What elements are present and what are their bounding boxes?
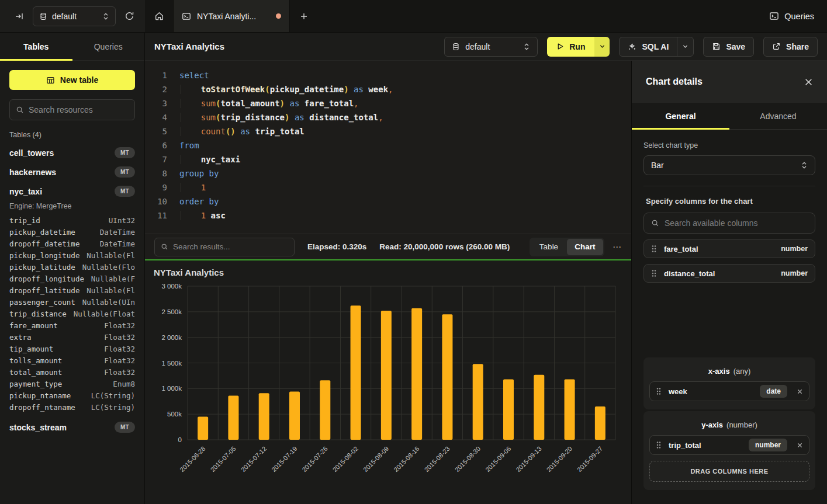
y-tick-label: 3 000k bbox=[161, 283, 182, 290]
specify-columns-label: Specify columns for the chart bbox=[646, 197, 815, 206]
remove-column-icon[interactable] bbox=[797, 442, 803, 449]
bar-2015-09-27[interactable] bbox=[595, 406, 605, 440]
chart-panel: NYTaxi Analytics 0500k1 000k1 500k2 000k… bbox=[145, 260, 631, 504]
column-row[interactable]: pickup_longitudeNullable(Fl bbox=[9, 250, 135, 262]
engine-badge: MT bbox=[115, 166, 135, 178]
y-axis-header: y-axis(number) bbox=[649, 420, 809, 429]
column-row[interactable]: payment_typeEnum8 bbox=[9, 378, 135, 390]
sidebar-search[interactable] bbox=[9, 99, 135, 120]
top-bar-right: Queries bbox=[769, 0, 827, 32]
code-text: 1 asc bbox=[179, 208, 226, 223]
available-column-fare_total[interactable]: fare_totalnumber bbox=[643, 239, 815, 258]
queries-button[interactable]: Queries bbox=[769, 11, 814, 21]
remove-column-icon[interactable] bbox=[797, 388, 803, 395]
results-chart[interactable]: 0500k1 000k1 500k2 000k2 500k3 000k2015-… bbox=[145, 260, 631, 504]
results-search-input[interactable] bbox=[173, 242, 288, 251]
bar-2015-09-06[interactable] bbox=[503, 380, 514, 440]
sidebar-search-input[interactable] bbox=[29, 105, 129, 114]
sql-ai-button[interactable]: SQL AI bbox=[620, 37, 677, 56]
sidebar-tab-tables[interactable]: Tables bbox=[0, 33, 72, 60]
drag-columns-dropzone[interactable]: DRAG COLUMNS HERE bbox=[649, 461, 809, 482]
bar-2015-08-16[interactable] bbox=[411, 308, 422, 440]
sql-ai-caret[interactable] bbox=[677, 37, 693, 56]
table-item-stocks_stream[interactable]: stocks_streamMT bbox=[9, 422, 135, 433]
sql-editor[interactable]: 1select2 toStartOfWeek(pickup_datetime) … bbox=[145, 61, 631, 234]
bar-2015-08-02[interactable] bbox=[351, 305, 361, 440]
close-icon[interactable] bbox=[804, 78, 813, 86]
bar-2015-07-05[interactable] bbox=[228, 396, 238, 440]
column-row[interactable]: dropoff_ntanameLC(String) bbox=[9, 402, 135, 413]
column-row[interactable]: trip_distanceNullable(Float bbox=[9, 308, 135, 320]
x-axis-column-week[interactable]: weekdate bbox=[649, 381, 809, 401]
run-database-selector[interactable]: default bbox=[444, 37, 538, 57]
columns-search[interactable] bbox=[643, 213, 815, 234]
drag-handle-icon[interactable] bbox=[651, 245, 657, 253]
line-number: 3 bbox=[154, 96, 167, 110]
column-row[interactable]: dropoff_latitudeNullable(Fl bbox=[9, 285, 135, 297]
column-row[interactable]: tolls_amountFloat32 bbox=[9, 355, 135, 367]
tab-advanced[interactable]: Advanced bbox=[729, 103, 827, 129]
bar-2015-09-13[interactable] bbox=[534, 375, 544, 440]
sql-console-app: default NYTaxi Analyti... Qu bbox=[0, 0, 827, 504]
column-type: Float32 bbox=[104, 332, 135, 343]
new-table-button[interactable]: New table bbox=[9, 70, 135, 90]
bar-2015-08-23[interactable] bbox=[442, 314, 452, 440]
chart-type-select[interactable]: Bar bbox=[643, 155, 815, 175]
code-text: from bbox=[179, 138, 199, 152]
topbar-database-selector[interactable]: default bbox=[33, 6, 116, 26]
tab-nytaxi-analytics[interactable]: NYTaxi Analyti... bbox=[173, 0, 290, 32]
chart-type-label: Select chart type bbox=[643, 141, 815, 150]
column-row[interactable]: total_amountFloat32 bbox=[9, 367, 135, 378]
collapse-sidebar-icon[interactable] bbox=[12, 9, 27, 24]
table-icon bbox=[46, 76, 55, 85]
columns-search-input[interactable] bbox=[665, 218, 808, 228]
column-type: Enum8 bbox=[113, 378, 135, 390]
run-button[interactable]: Run bbox=[547, 37, 594, 57]
home-button[interactable] bbox=[145, 0, 173, 32]
run-options-caret[interactable] bbox=[594, 37, 610, 57]
refresh-icon[interactable] bbox=[122, 9, 137, 24]
column-row[interactable]: passenger_countNullable(UIn bbox=[9, 297, 135, 308]
bar-2015-07-12[interactable] bbox=[259, 393, 269, 440]
column-row[interactable]: pickup_datetimeDateTime bbox=[9, 227, 135, 238]
sidebar-tab-queries[interactable]: Queries bbox=[72, 33, 145, 60]
new-tab-button[interactable] bbox=[290, 0, 318, 32]
bar-2015-08-09[interactable] bbox=[381, 311, 392, 440]
table-item-nyc_taxi[interactable]: nyc_taxiMT bbox=[9, 186, 135, 197]
engine-badge: MT bbox=[115, 147, 135, 158]
topbar-database-value: default bbox=[52, 12, 98, 21]
drag-handle-icon[interactable] bbox=[651, 269, 657, 277]
column-row[interactable]: fare_amountFloat32 bbox=[9, 320, 135, 332]
table-item-hackernews[interactable]: hackernewsMT bbox=[9, 166, 135, 178]
save-button[interactable]: Save bbox=[703, 37, 754, 57]
save-label: Save bbox=[726, 42, 745, 51]
available-column-distance_total[interactable]: distance_totalnumber bbox=[643, 264, 815, 283]
share-button[interactable]: Share bbox=[763, 37, 818, 57]
column-row[interactable]: tip_amountFloat32 bbox=[9, 343, 135, 355]
more-options-button[interactable]: ⋯ bbox=[613, 242, 622, 252]
view-toggle-table[interactable]: Table bbox=[531, 239, 567, 255]
table-name: cell_towers bbox=[9, 148, 115, 158]
column-row[interactable]: extraFloat32 bbox=[9, 332, 135, 343]
bar-2015-08-30[interactable] bbox=[473, 364, 483, 440]
line-number: 4 bbox=[154, 110, 167, 124]
search-icon bbox=[16, 106, 24, 114]
view-toggle-chart[interactable]: Chart bbox=[567, 239, 603, 255]
y-tick-label: 1 000k bbox=[161, 385, 182, 392]
y-axis-column-trip_total[interactable]: trip_totalnumber bbox=[649, 435, 809, 455]
bar-2015-06-28[interactable] bbox=[198, 417, 208, 440]
x-tick-label: 2015-09-27 bbox=[576, 445, 604, 473]
tab-general[interactable]: General bbox=[632, 103, 729, 129]
column-row[interactable]: trip_idUInt32 bbox=[9, 215, 135, 227]
column-row[interactable]: pickup_ntanameLC(String) bbox=[9, 390, 135, 402]
bar-2015-07-26[interactable] bbox=[320, 380, 330, 440]
drag-handle-icon[interactable] bbox=[656, 441, 662, 449]
bar-2015-07-19[interactable] bbox=[289, 392, 300, 440]
column-row[interactable]: dropoff_longitudeNullable(F bbox=[9, 273, 135, 285]
results-search[interactable] bbox=[154, 238, 295, 256]
drag-handle-icon[interactable] bbox=[656, 387, 662, 395]
table-item-cell_towers[interactable]: cell_towersMT bbox=[9, 147, 135, 158]
bar-2015-09-20[interactable] bbox=[565, 380, 575, 440]
column-row[interactable]: pickup_latitudeNullable(Flo bbox=[9, 262, 135, 273]
column-row[interactable]: dropoff_datetimeDateTime bbox=[9, 238, 135, 250]
